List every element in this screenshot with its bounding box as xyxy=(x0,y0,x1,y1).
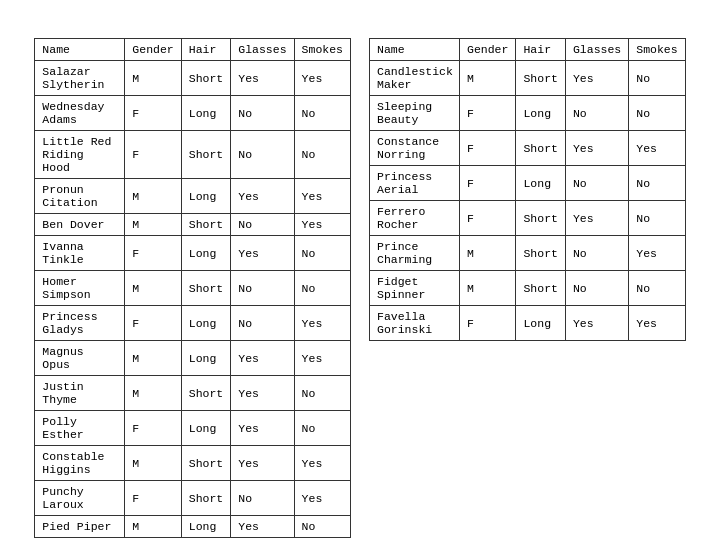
suspect-attribute: Yes xyxy=(231,179,294,214)
suspect-attribute: Long xyxy=(181,411,231,446)
suspect-attribute: F xyxy=(125,306,181,341)
column-header: Gender xyxy=(125,39,181,61)
suspect-name: Magnus Opus xyxy=(35,341,125,376)
suspect-attribute: Long xyxy=(181,516,231,538)
suspect-attribute: Yes xyxy=(565,306,628,341)
column-header: Smokes xyxy=(629,39,685,61)
suspect-attribute: F xyxy=(460,131,516,166)
column-header: Name xyxy=(370,39,460,61)
suspect-table-left: NameGenderHairGlassesSmokes Salazar Slyt… xyxy=(34,38,351,538)
suspect-attribute: No xyxy=(294,96,350,131)
table-row: Wednesday AdamsFLongNoNo xyxy=(35,96,351,131)
suspect-attribute: No xyxy=(629,166,685,201)
suspect-attribute: M xyxy=(460,236,516,271)
suspect-attribute: M xyxy=(125,446,181,481)
suspect-attribute: M xyxy=(125,61,181,96)
suspect-name: Prince Charming xyxy=(370,236,460,271)
suspect-attribute: Short xyxy=(181,61,231,96)
suspect-attribute: Long xyxy=(181,341,231,376)
suspect-attribute: Short xyxy=(516,61,566,96)
suspect-attribute: Yes xyxy=(231,236,294,271)
suspect-attribute: Yes xyxy=(629,131,685,166)
suspect-name: Fidget Spinner xyxy=(370,271,460,306)
table-row: Justin ThymeMShortYesNo xyxy=(35,376,351,411)
suspect-attribute: No xyxy=(565,166,628,201)
suspect-attribute: F xyxy=(125,236,181,271)
table-row: Constance NorringFShortYesYes xyxy=(370,131,686,166)
suspect-name: Ben Dover xyxy=(35,214,125,236)
suspect-name: Ferrero Rocher xyxy=(370,201,460,236)
suspect-attribute: Yes xyxy=(231,411,294,446)
suspect-attribute: Yes xyxy=(231,446,294,481)
table-row: Favella GorinskiFLongYesYes xyxy=(370,306,686,341)
suspect-attribute: No xyxy=(565,236,628,271)
suspect-attribute: Yes xyxy=(231,61,294,96)
suspect-attribute: No xyxy=(231,214,294,236)
suspect-attribute: No xyxy=(565,271,628,306)
suspect-attribute: Yes xyxy=(565,201,628,236)
suspect-name: Pied Piper xyxy=(35,516,125,538)
suspect-name: Princess Gladys xyxy=(35,306,125,341)
suspect-attribute: Long xyxy=(181,236,231,271)
suspect-attribute: No xyxy=(294,236,350,271)
suspect-attribute: Short xyxy=(181,271,231,306)
suspect-attribute: Yes xyxy=(294,446,350,481)
table-row: Princess AerialFLongNoNo xyxy=(370,166,686,201)
column-header: Smokes xyxy=(294,39,350,61)
suspect-attribute: M xyxy=(125,179,181,214)
suspect-attribute: Long xyxy=(181,179,231,214)
suspect-attribute: Yes xyxy=(629,236,685,271)
suspect-name: Candlestick Maker xyxy=(370,61,460,96)
suspect-attribute: Yes xyxy=(629,306,685,341)
table-row: Punchy LarouxFShortNoYes xyxy=(35,481,351,516)
table-row: Fidget SpinnerMShortNoNo xyxy=(370,271,686,306)
suspect-attribute: Yes xyxy=(565,131,628,166)
suspect-attribute: No xyxy=(294,411,350,446)
table-row: Homer SimpsonMShortNoNo xyxy=(35,271,351,306)
suspect-attribute: Yes xyxy=(231,516,294,538)
suspect-attribute: Yes xyxy=(294,61,350,96)
suspect-attribute: Yes xyxy=(231,341,294,376)
suspect-attribute: Yes xyxy=(231,376,294,411)
suspect-name: Wednesday Adams xyxy=(35,96,125,131)
suspect-name: Polly Esther xyxy=(35,411,125,446)
suspect-attribute: Yes xyxy=(565,61,628,96)
suspect-name: Sleeping Beauty xyxy=(370,96,460,131)
table-row: Salazar SlytherinMShortYesYes xyxy=(35,61,351,96)
suspect-attribute: No xyxy=(231,96,294,131)
table-row: Ivanna TinkleFLongYesNo xyxy=(35,236,351,271)
column-header: Hair xyxy=(181,39,231,61)
suspect-attribute: No xyxy=(231,306,294,341)
column-header: Hair xyxy=(516,39,566,61)
suspect-attribute: Yes xyxy=(294,214,350,236)
suspect-attribute: M xyxy=(125,376,181,411)
suspect-attribute: Yes xyxy=(294,306,350,341)
suspect-attribute: No xyxy=(231,131,294,179)
suspect-attribute: Long xyxy=(516,306,566,341)
suspect-attribute: Short xyxy=(181,131,231,179)
table-row: Prince CharmingMShortNoYes xyxy=(370,236,686,271)
suspect-name: Justin Thyme xyxy=(35,376,125,411)
suspect-name: Ivanna Tinkle xyxy=(35,236,125,271)
suspect-attribute: F xyxy=(460,96,516,131)
suspect-attribute: Yes xyxy=(294,179,350,214)
table-row: Pronun CitationMLongYesYes xyxy=(35,179,351,214)
table-row: Pied PiperMLongYesNo xyxy=(35,516,351,538)
suspect-attribute: F xyxy=(460,201,516,236)
suspect-attribute: F xyxy=(125,481,181,516)
column-header: Name xyxy=(35,39,125,61)
suspect-attribute: No xyxy=(231,481,294,516)
suspect-attribute: M xyxy=(125,341,181,376)
suspect-attribute: Long xyxy=(181,96,231,131)
suspect-attribute: Short xyxy=(181,481,231,516)
suspect-attribute: No xyxy=(629,201,685,236)
suspect-attribute: No xyxy=(629,96,685,131)
suspect-attribute: Yes xyxy=(294,341,350,376)
suspect-attribute: Long xyxy=(516,166,566,201)
suspect-attribute: F xyxy=(125,96,181,131)
suspect-name: Princess Aerial xyxy=(370,166,460,201)
suspect-attribute: M xyxy=(125,214,181,236)
suspect-attribute: Short xyxy=(516,236,566,271)
table-row: Magnus OpusMLongYesYes xyxy=(35,341,351,376)
suspect-attribute: Short xyxy=(516,271,566,306)
